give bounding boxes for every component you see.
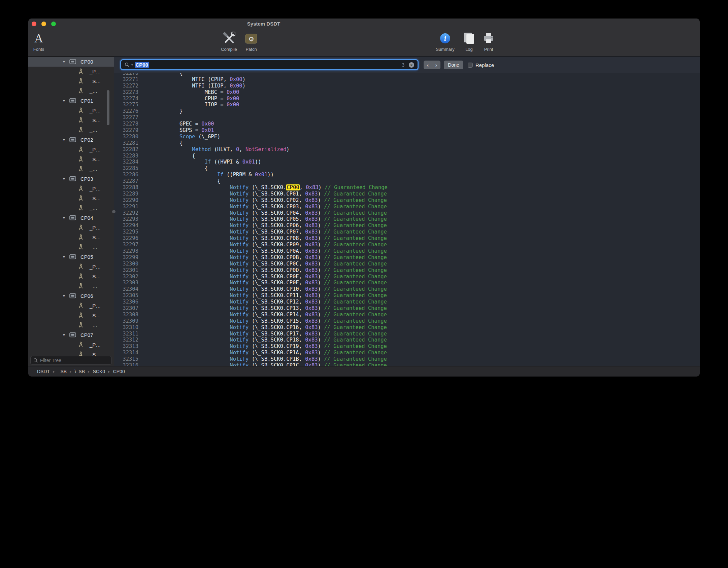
breadcrumb-item[interactable]: _SB — [58, 369, 67, 374]
tree-item-cp03[interactable]: ▼CP03 — [28, 174, 114, 184]
disclosure-triangle-icon[interactable]: ▼ — [61, 294, 67, 298]
search-menu-chevron-icon[interactable]: ▾ — [131, 63, 133, 67]
tree-item-cp02-child[interactable]: _… — [28, 164, 114, 174]
disclosure-triangle-icon[interactable]: ▼ — [61, 138, 67, 142]
tree-item-cp02[interactable]: ▼CP02 — [28, 135, 114, 145]
tree-item-label: _S… — [90, 313, 101, 318]
split-handle[interactable] — [112, 210, 115, 213]
disclosure-triangle-icon[interactable]: ▼ — [61, 99, 67, 103]
tree-item-cp00[interactable]: ▼CP00 — [28, 57, 114, 67]
line-number: 32298 — [114, 248, 138, 254]
tree-item-cp01-child[interactable]: _… — [28, 125, 114, 135]
breadcrumb-item[interactable]: \_SB — [75, 369, 85, 374]
tree-item-cp07[interactable]: ▼CP07 — [28, 330, 114, 340]
tree-item-cp00-child[interactable]: _P… — [28, 67, 114, 76]
toolbar-log-label: Log — [465, 47, 473, 52]
tree-item-cp06-child[interactable]: _P… — [28, 301, 114, 311]
tree-item-cp01-child[interactable]: _P… — [28, 106, 114, 115]
toolbar-fonts-button[interactable]: A Fonts — [28, 31, 54, 52]
tree-item-label: CP04 — [80, 215, 93, 221]
tree-item-cp06-child[interactable]: _… — [28, 320, 114, 330]
tree-item-cp07-child[interactable]: _P… — [28, 340, 114, 350]
minimize-button[interactable] — [41, 22, 46, 26]
tree-item-cp03-child[interactable]: _… — [28, 203, 114, 213]
line-number: 32301 — [114, 267, 138, 274]
done-button[interactable]: Done — [444, 61, 463, 69]
code-line: 32315 Notify (\_SB.SCK0.CP1B, 0x83) // G… — [114, 356, 700, 362]
breadcrumb-item[interactable]: DSDT — [37, 369, 50, 374]
tree-item-label: CP02 — [80, 137, 93, 143]
sidebar-scrollbar[interactable] — [107, 90, 109, 125]
code-line: 32274 CPHP = 0x00 — [114, 96, 700, 102]
filter-tree-input[interactable] — [40, 358, 109, 363]
line-number: 32287 — [114, 178, 138, 184]
breadcrumb-separator-icon: ▸ — [108, 369, 110, 374]
tree-item-cp05[interactable]: ▼CP05 — [28, 252, 114, 262]
disclosure-triangle-icon[interactable]: ▼ — [61, 255, 67, 259]
breadcrumb: DSDT▸_SB▸\_SB▸SCK0▸CP00 — [37, 369, 125, 374]
breadcrumb-item[interactable]: CP00 — [113, 369, 125, 374]
disclosure-triangle-icon[interactable]: ▼ — [61, 60, 67, 64]
tree-item-cp06[interactable]: ▼CP06 — [28, 291, 114, 301]
tree-item-cp05-child[interactable]: _P… — [28, 262, 114, 272]
tree-item-cp01-child[interactable]: _S… — [28, 115, 114, 125]
tree-item-cp04-child[interactable]: _S… — [28, 233, 114, 242]
breadcrumb-item[interactable]: SCK0 — [93, 369, 105, 374]
close-button[interactable] — [32, 22, 36, 26]
tree-item-cp03-child[interactable]: _S… — [28, 193, 114, 203]
tree-item-cp05-child[interactable]: _… — [28, 281, 114, 291]
tree-item-cp01[interactable]: ▼CP01 — [28, 96, 114, 106]
tree-item-cp02-child[interactable]: _S… — [28, 154, 114, 164]
tree-item-cp00-child[interactable]: _… — [28, 86, 114, 96]
tree-item-cp04-child[interactable]: _P… — [28, 223, 114, 233]
summary-icon: i — [440, 31, 450, 46]
method-icon — [78, 351, 84, 356]
scope-icon — [69, 59, 76, 64]
tree-item-label: _… — [90, 166, 97, 172]
tree-item-cp03-child[interactable]: _P… — [28, 184, 114, 193]
filter-tree-field[interactable] — [30, 356, 112, 365]
find-input[interactable]: ▾ CP00 3 × — [120, 59, 419, 70]
code-line: 32292 Notify (\_SB.SCK0.CP04, 0x83) // G… — [114, 210, 700, 216]
patch-icon: ⚙ — [244, 31, 258, 46]
tree-item-cp04[interactable]: ▼CP04 — [28, 213, 114, 223]
disclosure-triangle-icon[interactable]: ▼ — [61, 177, 67, 181]
tree-item-label: _P… — [90, 264, 101, 270]
find-bar: ▾ CP00 3 × ‹ › Done Replace — [114, 57, 700, 73]
code-lines[interactable]: 32270 {32271 NTFC (CPHP, 0x00)32272 NTFI… — [114, 70, 700, 366]
tree-item-cp00-child[interactable]: _S… — [28, 76, 114, 86]
tree-item-cp05-child[interactable]: _S… — [28, 272, 114, 281]
tree-item-cp04-child[interactable]: _… — [28, 242, 114, 252]
code-line: 32287 { — [114, 178, 700, 184]
disclosure-triangle-icon[interactable]: ▼ — [61, 333, 67, 337]
tree-item-cp07-child[interactable]: _S… — [28, 350, 114, 356]
toolbar-print-button[interactable]: Print — [473, 31, 504, 52]
find-next-button[interactable]: › — [432, 61, 440, 69]
line-number: 32293 — [114, 216, 138, 222]
toolbar-patch-button[interactable]: ⚙ Patch — [236, 31, 266, 52]
method-icon — [78, 195, 84, 201]
line-number: 32286 — [114, 172, 138, 178]
line-number: 32316 — [114, 362, 138, 366]
replace-checkbox[interactable] — [468, 63, 473, 68]
method-icon — [78, 127, 84, 133]
find-previous-button[interactable]: ‹ — [424, 61, 432, 69]
code-line: 32312 Notify (\_SB.SCK0.CP18, 0x83) // G… — [114, 337, 700, 343]
line-number: 32314 — [114, 350, 138, 356]
compile-icon — [222, 31, 236, 46]
code-line: 32306 Notify (\_SB.SCK0.CP12, 0x83) // G… — [114, 299, 700, 305]
tree-item-label: _P… — [90, 186, 101, 191]
tree-item-cp02-child[interactable]: _P… — [28, 145, 114, 154]
code-line: 32283 { — [114, 153, 700, 159]
method-icon — [78, 78, 84, 84]
line-number: 32297 — [114, 242, 138, 248]
disclosure-triangle-icon[interactable]: ▼ — [61, 216, 67, 220]
code-line: 32281 { — [114, 140, 700, 146]
tree-item-cp06-child[interactable]: _S… — [28, 311, 114, 320]
line-number: 32285 — [114, 165, 138, 172]
zoom-button[interactable] — [51, 22, 56, 26]
line-number: 32276 — [114, 108, 138, 114]
clear-search-icon[interactable]: × — [409, 62, 414, 68]
tree-item-label: CP00 — [80, 59, 93, 65]
code-line: 32273 MEBC = 0x00 — [114, 89, 700, 96]
